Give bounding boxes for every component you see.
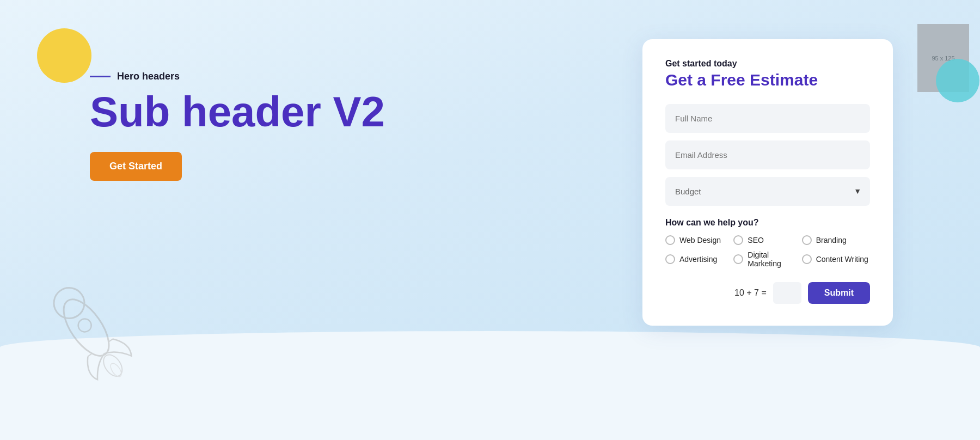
hero-label-text: Hero headers xyxy=(117,71,180,82)
help-label: How can we help you? xyxy=(665,218,870,228)
checkbox-digital-marketing[interactable]: Digital Marketing xyxy=(733,250,801,268)
captcha-equation: 10 + 7 = xyxy=(734,288,767,298)
checkbox-label-digital-marketing: Digital Marketing xyxy=(748,250,801,268)
hero-label-row: Hero headers xyxy=(90,71,385,82)
checkbox-content-writing[interactable]: Content Writing xyxy=(802,250,870,268)
checkbox-label-seo: SEO xyxy=(748,236,764,245)
checkbox-seo[interactable]: SEO xyxy=(733,235,801,245)
hero-title: Sub header V2 xyxy=(90,90,385,135)
hero-label-line xyxy=(90,76,111,77)
rocket-illustration xyxy=(33,266,152,396)
svg-line-5 xyxy=(88,354,91,357)
form-title: Get a Free Estimate xyxy=(665,71,870,90)
budget-select[interactable]: Budget $500 - $1,000 $1,000 - $5,000 $5,… xyxy=(665,177,870,206)
checkbox-label-content-writing: Content Writing xyxy=(816,255,868,264)
cyan-circle-decoration xyxy=(936,59,979,102)
svg-point-2 xyxy=(76,316,94,334)
checkbox-branding[interactable]: Branding xyxy=(802,235,870,245)
services-checkboxes: Web Design SEO Branding Advertising Digi… xyxy=(665,235,870,268)
checkbox-box-digital-marketing xyxy=(733,254,743,264)
email-input[interactable] xyxy=(665,140,870,169)
estimate-form-card: Get started today Get a Free Estimate Bu… xyxy=(642,39,893,326)
checkbox-box-advertising xyxy=(665,254,675,264)
full-name-input[interactable] xyxy=(665,104,870,133)
checkbox-label-advertising: Advertising xyxy=(679,255,717,264)
get-started-button[interactable]: Get Started xyxy=(90,152,182,181)
form-pretitle: Get started today xyxy=(665,59,870,69)
captcha-input[interactable] xyxy=(773,282,801,304)
checkbox-web-design[interactable]: Web Design xyxy=(665,235,733,245)
hero-section: Hero headers Sub header V2 Get Started xyxy=(90,71,385,181)
captcha-row: 10 + 7 = Submit xyxy=(665,282,870,304)
submit-button[interactable]: Submit xyxy=(808,282,870,304)
budget-select-wrapper: Budget $500 - $1,000 $1,000 - $5,000 $5,… xyxy=(665,177,870,206)
checkbox-advertising[interactable]: Advertising xyxy=(665,250,733,268)
checkbox-label-web-design: Web Design xyxy=(679,236,721,245)
yellow-circle-decoration xyxy=(37,28,91,83)
svg-line-6 xyxy=(109,339,113,341)
checkbox-box-content-writing xyxy=(802,254,812,264)
checkbox-box-branding xyxy=(802,235,812,245)
checkbox-label-branding: Branding xyxy=(816,236,847,245)
checkbox-box-web-design xyxy=(665,235,675,245)
svg-point-1 xyxy=(48,282,90,325)
checkbox-box-seo xyxy=(733,235,743,245)
